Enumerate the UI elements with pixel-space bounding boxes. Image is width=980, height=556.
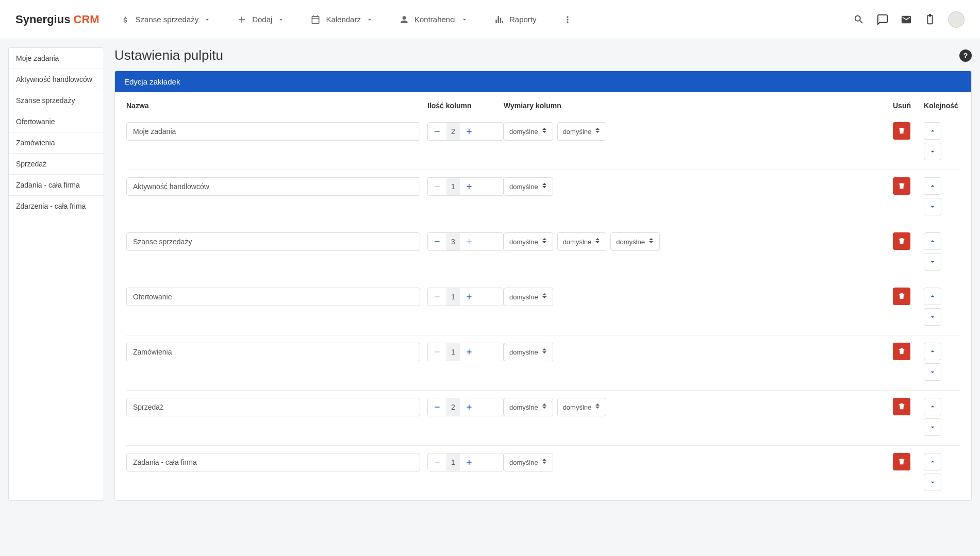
sidebar-item[interactable]: Zdarzenia - cała frima: [9, 196, 104, 216]
decrement-button[interactable]: [428, 233, 446, 250]
increment-button[interactable]: [460, 178, 478, 195]
tab-name-input[interactable]: [126, 177, 420, 196]
dimension-select[interactable]: domyślne: [557, 232, 607, 251]
tab-row: 1domyślne: [126, 170, 960, 225]
increment-button[interactable]: [460, 398, 478, 416]
move-down-button[interactable]: [924, 198, 941, 215]
move-down-button[interactable]: [924, 308, 941, 326]
dimension-select[interactable]: domyślne: [504, 232, 553, 251]
move-up-button[interactable]: [924, 177, 941, 195]
tab-name-input[interactable]: [126, 453, 420, 471]
chat-icon[interactable]: [877, 14, 888, 25]
column-count-value: 1: [446, 453, 460, 471]
increment-button[interactable]: [460, 288, 478, 306]
sidebar-item[interactable]: Aktywność handlowców: [9, 69, 104, 90]
move-down-button[interactable]: [924, 253, 941, 271]
dimension-select[interactable]: domyślne: [504, 398, 553, 416]
col-header-ord: Kolejność: [924, 102, 960, 110]
move-up-button[interactable]: [924, 288, 941, 305]
delete-button[interactable]: [893, 453, 910, 470]
chevron-up-icon: [928, 347, 937, 356]
tab-name-input[interactable]: [126, 122, 420, 141]
decrement-button[interactable]: [428, 453, 446, 471]
avatar[interactable]: [948, 11, 965, 28]
nav-more[interactable]: [562, 14, 573, 25]
nav-contractors[interactable]: Kontrahenci: [399, 14, 468, 25]
sort-icon: [595, 128, 601, 135]
plus-icon: [465, 238, 473, 246]
dimension-value: domyślne: [563, 128, 592, 136]
decrement-button[interactable]: [428, 178, 446, 195]
decrement-button[interactable]: [428, 123, 446, 140]
delete-button[interactable]: [893, 343, 910, 360]
delete-button[interactable]: [893, 122, 910, 140]
decrement-button[interactable]: [428, 398, 446, 416]
tab-name-input[interactable]: [126, 398, 420, 416]
move-down-button[interactable]: [924, 363, 941, 381]
nav-reports[interactable]: Raporty: [494, 14, 537, 25]
nav-calendar[interactable]: Kalendarz: [310, 14, 373, 25]
delete-button[interactable]: [893, 232, 910, 250]
plus-icon: [465, 293, 473, 301]
move-down-button[interactable]: [924, 474, 941, 491]
dimension-select[interactable]: domyślne: [557, 122, 607, 141]
chevron-down-icon: [928, 478, 937, 486]
delete-button[interactable]: [893, 398, 910, 415]
clipboard-icon[interactable]: [924, 14, 936, 25]
trash-icon: [898, 237, 906, 245]
dimension-value: domyślne: [509, 348, 538, 356]
help-button[interactable]: ?: [959, 49, 972, 62]
sidebar-item[interactable]: Ofertowanie: [9, 111, 104, 132]
sidebar-item[interactable]: Szanse sprzedaży: [9, 90, 104, 111]
plus-icon: [237, 14, 247, 25]
search-icon[interactable]: [853, 14, 865, 25]
increment-button[interactable]: [460, 233, 478, 250]
mail-icon[interactable]: [901, 14, 912, 25]
sidebar-item[interactable]: Moje zadania: [9, 48, 104, 69]
dimension-value: domyślne: [616, 238, 645, 246]
move-up-button[interactable]: [924, 122, 941, 140]
decrement-button[interactable]: [428, 288, 446, 306]
move-up-button[interactable]: [924, 453, 941, 470]
sidebar-item[interactable]: Zamówienia: [9, 132, 104, 154]
increment-button[interactable]: [460, 453, 478, 471]
page-title: Ustawienia pulpitu: [114, 47, 959, 63]
sidebar-item[interactable]: Zadania - cała firma: [9, 175, 104, 196]
chevron-up-icon: [928, 458, 937, 466]
dimension-select[interactable]: domyślne: [504, 453, 553, 471]
trash-icon: [898, 182, 906, 190]
increment-button[interactable]: [460, 343, 478, 361]
sort-icon: [649, 238, 654, 245]
dimension-select[interactable]: domyślne: [504, 343, 553, 361]
bars-icon: [494, 14, 504, 25]
nav-sales[interactable]: Szanse sprzedaży: [120, 14, 211, 25]
trash-icon: [898, 292, 906, 300]
move-down-button[interactable]: [924, 418, 941, 436]
top-nav: Synergius CRM Szanse sprzedaży Dodaj Kal…: [0, 0, 980, 39]
chevron-down-icon: [928, 368, 937, 376]
move-up-button[interactable]: [924, 232, 941, 250]
dimension-select[interactable]: domyślne: [504, 122, 553, 141]
tabs-panel: Edycja zakładek Nazwa Ilość kolumn Wymia…: [114, 71, 972, 501]
dollar-icon: [120, 14, 130, 25]
increment-button[interactable]: [460, 123, 478, 140]
delete-button[interactable]: [893, 177, 910, 195]
tab-name-input[interactable]: [126, 288, 420, 306]
trash-icon: [898, 402, 906, 411]
dimension-select[interactable]: domyślne: [504, 288, 553, 306]
dimension-select[interactable]: domyślne: [504, 177, 553, 196]
column-count-value: 2: [446, 123, 460, 140]
dimension-select[interactable]: domyślne: [610, 232, 660, 251]
decrement-button[interactable]: [428, 343, 446, 361]
tab-name-input[interactable]: [126, 343, 420, 361]
user-icon: [399, 14, 409, 25]
dimension-select[interactable]: domyślne: [557, 398, 607, 416]
minus-icon: [433, 182, 441, 191]
move-up-button[interactable]: [924, 398, 941, 415]
delete-button[interactable]: [893, 288, 910, 305]
sidebar-item[interactable]: Sprzedaż: [9, 154, 104, 175]
tab-name-input[interactable]: [126, 232, 420, 251]
nav-add[interactable]: Dodaj: [237, 14, 285, 25]
move-up-button[interactable]: [924, 343, 941, 360]
move-down-button[interactable]: [924, 143, 941, 160]
